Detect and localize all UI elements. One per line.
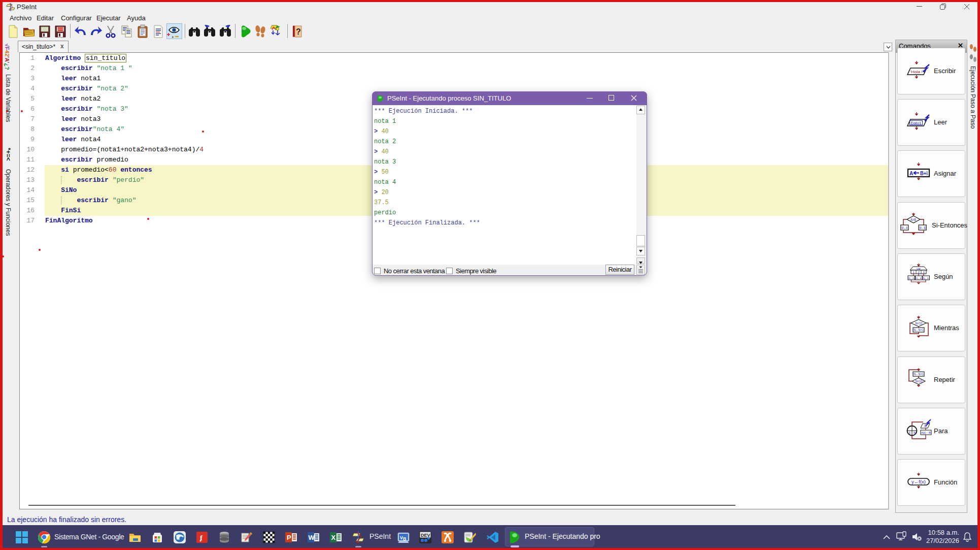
svg-text:X: X bbox=[331, 534, 336, 541]
svg-text:N←N+1: N←N+1 bbox=[914, 372, 924, 376]
svg-text:?: ? bbox=[296, 27, 301, 36]
svg-text:N<10: N<10 bbox=[916, 321, 923, 325]
svg-text:var: var bbox=[917, 267, 921, 270]
svg-text:N←A: N←A bbox=[908, 277, 914, 280]
svg-text:B+i: B+i bbox=[920, 171, 928, 176]
svg-text:3: 3 bbox=[923, 271, 925, 274]
svg-text:DEV: DEV bbox=[421, 533, 430, 538]
svg-text:N←N+1: N←N+1 bbox=[914, 328, 924, 332]
svg-text:B: B bbox=[925, 424, 927, 428]
svg-text:W: W bbox=[309, 534, 315, 541]
svg-text:2: 2 bbox=[918, 271, 920, 274]
svg-text:1: 1 bbox=[909, 431, 911, 435]
svg-text:1: 1 bbox=[913, 271, 915, 274]
svg-text:N<10: N<10 bbox=[916, 379, 923, 383]
svg-text:y←f(x): y←f(x) bbox=[911, 479, 926, 484]
svg-text:A: A bbox=[909, 171, 913, 176]
svg-text:'Hola !': 'Hola !' bbox=[910, 70, 924, 74]
svg-text:A[i]←B: A[i]←B bbox=[921, 431, 931, 434]
svg-text:N←A: N←A bbox=[923, 277, 929, 280]
svg-text:M←A: M←A bbox=[901, 225, 907, 229]
svg-text:A>B: A>B bbox=[910, 217, 916, 221]
svg-text:M←B: M←B bbox=[920, 225, 926, 229]
svg-text:N: N bbox=[914, 431, 916, 435]
svg-text:Dato1: Dato1 bbox=[911, 121, 922, 125]
svg-text:P: P bbox=[287, 534, 291, 541]
svg-text:N←A: N←A bbox=[916, 277, 922, 280]
